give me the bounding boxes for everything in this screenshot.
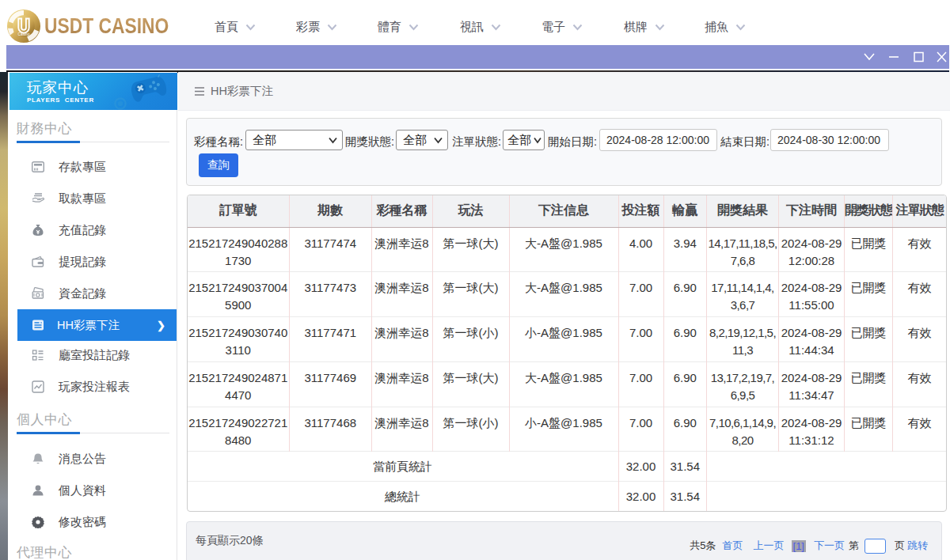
svg-text:Casino: Casino	[18, 32, 30, 36]
